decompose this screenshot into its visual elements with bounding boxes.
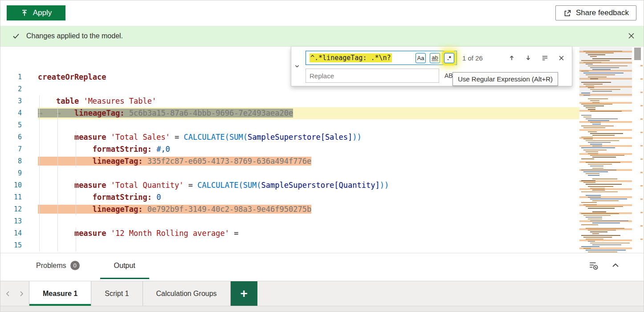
close-find-button[interactable] — [558, 55, 565, 61]
line-number: 1 — [0, 71, 22, 83]
find-query-text: ^.*lineageTag: .*\n? — [310, 53, 392, 62]
code-line[interactable]: 8 lineageTag: 335f2c87-e605-4173-8769-63… — [0, 155, 579, 167]
banner-close-icon[interactable] — [627, 32, 636, 40]
whole-word-button[interactable]: ab — [430, 53, 440, 63]
code-line[interactable]: 10 measure 'Total Quantity' = CALCULATE(… — [0, 179, 579, 191]
indent-guide — [39, 95, 40, 251]
sheet-tab-measure-1[interactable]: Measure 1 — [29, 281, 91, 306]
code-line[interactable]: 4→ → lineageTag: 5c6b3a15-87a6-4bbb-9696… — [0, 107, 579, 119]
code-line[interactable]: 11 formatString: 0 — [0, 191, 579, 203]
indent-guide — [76, 179, 76, 215]
toggle-replace-button[interactable] — [291, 47, 303, 86]
code-line[interactable]: 13 — [0, 215, 579, 227]
problems-count-badge: 0 — [70, 261, 80, 270]
line-number: 11 — [0, 191, 22, 203]
clear-output-button[interactable] — [588, 260, 598, 270]
previous-tab-button[interactable] — [4, 290, 12, 297]
bottom-panel: Problems 0 Output — [0, 253, 644, 281]
whole-word-label: ab — [432, 55, 438, 61]
line-number: 13 — [0, 215, 22, 227]
indent-guide — [76, 131, 76, 167]
line-number: 8 — [0, 155, 22, 167]
code-line[interactable]: 9 — [0, 167, 579, 179]
add-tab-button[interactable]: + — [231, 281, 257, 306]
panel-actions — [588, 260, 620, 270]
next-tab-button[interactable] — [18, 290, 25, 297]
line-number: 12 — [0, 203, 22, 215]
code-line[interactable]: 14 measure '12 Month Rolling average' = — [0, 227, 579, 239]
line-number: 10 — [0, 179, 22, 191]
chevron-down-icon — [294, 63, 300, 69]
line-number: 4 — [0, 107, 22, 119]
indent-guide — [57, 107, 58, 251]
external-link-icon — [563, 9, 571, 17]
code-line[interactable]: 6 measure 'Total Sales' = CALCULATE(SUM(… — [0, 131, 579, 143]
code-line[interactable]: 15 — [0, 239, 579, 251]
regex-tooltip: Use Regular Expression (Alt+R) — [452, 72, 558, 86]
code-line[interactable]: 5 — [0, 119, 579, 131]
apply-button-label: Apply — [33, 8, 52, 17]
sheet-tab-calculation-groups[interactable]: Calculation Groups — [143, 281, 231, 306]
previous-match-button[interactable] — [508, 54, 515, 61]
line-number: 6 — [0, 131, 22, 143]
expand-panel-button[interactable] — [611, 260, 620, 270]
find-replace-widget: ^.*lineageTag: .*\n? Aa ab .* 1 of 26 — [291, 47, 572, 86]
next-match-button[interactable] — [525, 54, 532, 61]
share-feedback-button[interactable]: Share feedback — [555, 5, 636, 20]
top-toolbar: Apply Share feedback — [0, 0, 644, 26]
tmdl-view-window: Apply Share feedback Changes applied to … — [0, 0, 644, 312]
sheet-tabs: Measure 1Script 1Calculation Groups — [29, 281, 231, 306]
find-input[interactable]: ^.*lineageTag: .*\n? Aa ab .* — [306, 51, 457, 65]
line-number: 14 — [0, 227, 22, 239]
indent-guide — [76, 227, 76, 251]
scrollbar-slider[interactable] — [634, 48, 641, 60]
check-icon — [12, 32, 20, 40]
replace-input[interactable] — [306, 69, 439, 83]
line-number: 3 — [0, 95, 22, 107]
tab-output[interactable]: Output — [100, 253, 149, 279]
line-number: 2 — [0, 83, 22, 95]
line-number: 15 — [0, 239, 22, 251]
line-number: 9 — [0, 167, 22, 179]
match-count: 1 of 26 — [462, 54, 483, 62]
apply-button[interactable]: Apply — [7, 5, 65, 20]
output-label: Output — [114, 262, 135, 270]
regex-button[interactable]: .* — [444, 53, 454, 63]
share-feedback-label: Share feedback — [576, 8, 629, 17]
editor-scrollbar[interactable] — [632, 47, 644, 253]
sheet-tab-script-1[interactable]: Script 1 — [91, 281, 143, 306]
code-line[interactable]: 3 table 'Measures Table' — [0, 95, 579, 107]
line-number: 7 — [0, 143, 22, 155]
changes-applied-banner: Changes applied to the model. — [0, 26, 644, 46]
find-options: Aa ab .* — [416, 53, 457, 63]
line-number: 5 — [0, 119, 22, 131]
banner-message: Changes applied to the model. — [26, 32, 123, 40]
replace-all-button[interactable]: AB — [444, 72, 453, 79]
code-line[interactable]: 12 lineageTag: 0e792b9f-3149-40c2-98a3-9… — [0, 203, 579, 215]
tab-nav — [0, 281, 29, 306]
match-case-button[interactable]: Aa — [416, 53, 426, 63]
tab-problems[interactable]: Problems 0 — [36, 253, 80, 279]
apply-upload-icon — [20, 9, 29, 17]
code-editor[interactable]: 1createOrReplace23 table 'Measures Table… — [0, 46, 644, 253]
find-in-selection-button[interactable] — [541, 54, 549, 62]
find-actions — [508, 54, 568, 62]
code-line[interactable]: 7 formatString: #,0 — [0, 143, 579, 155]
window-footer — [0, 306, 644, 312]
script-tab-strip: Measure 1Script 1Calculation Groups + — [0, 281, 644, 306]
minimap[interactable] — [579, 47, 632, 253]
problems-label: Problems — [36, 262, 66, 270]
panel-tabs: Problems 0 Output — [36, 253, 149, 280]
